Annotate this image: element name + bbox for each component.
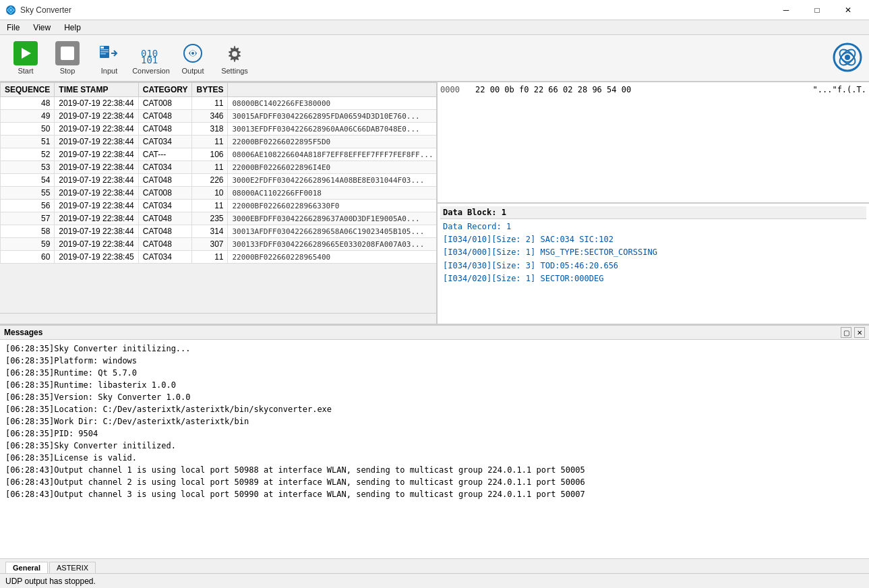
cell-hex: 3000E2FDFF03042266289614A08BE8E031044F03… bbox=[228, 174, 436, 187]
hex-bytes: 22 00 0b f0 22 66 02 28 96 54 00 bbox=[475, 85, 805, 94]
conversion-label: Conversion bbox=[132, 67, 170, 75]
hex-addr: 0000 bbox=[440, 85, 467, 94]
message-line: [06:28:43]Output channel 2 is using loca… bbox=[5, 476, 864, 488]
svg-rect-5 bbox=[100, 49, 109, 51]
cell-time: 2019-07-19 22:38:45 bbox=[55, 251, 138, 264]
messages-header: Messages ▢ ✕ bbox=[0, 325, 869, 340]
cell-bytes: 318 bbox=[192, 123, 228, 136]
menu-help[interactable]: Help bbox=[57, 20, 88, 35]
cell-cat: CAT048 bbox=[138, 212, 192, 225]
svg-point-1 bbox=[9, 9, 12, 11]
toolbar: Start Stop Input 010 101 bbox=[0, 35, 869, 82]
menu-view[interactable]: View bbox=[26, 20, 57, 35]
cell-hex: 22000BF02266022896I4E0 bbox=[228, 161, 436, 174]
table-row[interactable]: 56 2019-07-19 22:38:44 CAT034 11 22000BF… bbox=[1, 200, 437, 212]
table-row[interactable]: 55 2019-07-19 22:38:44 CAT008 10 08000AC… bbox=[1, 187, 437, 200]
message-line: [06:28:35]Work Dir: C:/Dev/asterixtk/ast… bbox=[5, 415, 864, 428]
cell-cat: CAT048 bbox=[138, 238, 192, 251]
svg-point-17 bbox=[845, 55, 850, 60]
messages-close-btn[interactable]: ✕ bbox=[854, 327, 865, 338]
table-row[interactable]: 57 2019-07-19 22:38:44 CAT048 235 3000EB… bbox=[1, 212, 437, 225]
cell-time: 2019-07-19 22:38:44 bbox=[55, 174, 138, 187]
cell-seq: 54 bbox=[1, 174, 55, 187]
svg-text:101: 101 bbox=[141, 55, 158, 65]
cell-cat: CAT034 bbox=[138, 136, 192, 148]
table-row[interactable]: 51 2019-07-19 22:38:44 CAT034 11 22000BF… bbox=[1, 136, 437, 148]
table-row[interactable]: 58 2019-07-19 22:38:44 CAT048 314 30013A… bbox=[1, 225, 437, 238]
status-text: UDP output has stopped. bbox=[5, 577, 96, 586]
cell-bytes: 11 bbox=[192, 200, 228, 212]
data-block-header: Data Block: 1 bbox=[440, 206, 866, 219]
settings-label: Settings bbox=[221, 67, 248, 75]
output-button[interactable]: Output bbox=[173, 37, 213, 79]
cell-bytes: 235 bbox=[192, 212, 228, 225]
messages-title: Messages bbox=[4, 328, 42, 337]
start-icon bbox=[13, 41, 38, 65]
app-icon bbox=[5, 5, 16, 16]
col-timestamp: TIME STAMP bbox=[55, 83, 138, 97]
input-button[interactable]: Input bbox=[89, 37, 129, 79]
cell-bytes: 346 bbox=[192, 110, 228, 123]
cell-seq: 51 bbox=[1, 136, 55, 148]
conversion-button[interactable]: 010 101 Conversion bbox=[131, 37, 171, 79]
cell-cat: CAT048 bbox=[138, 225, 192, 238]
cell-hex: 30013EFDFF0304226628960AA06C66DAB7048E0.… bbox=[228, 123, 436, 136]
messages-content[interactable]: [06:28:35]Sky Converter initilizing...[0… bbox=[0, 340, 869, 558]
cell-bytes: 11 bbox=[192, 161, 228, 174]
cell-bytes: 10 bbox=[192, 187, 228, 200]
cell-hex: 30015AFDFF030422662895FDA06594D3D10E760.… bbox=[228, 110, 436, 123]
tab-general[interactable]: General bbox=[5, 562, 48, 573]
table-scroll[interactable]: SEQUENCE TIME STAMP CATEGORY BYTES 48 20… bbox=[0, 82, 436, 313]
stop-button[interactable]: Stop bbox=[47, 37, 88, 79]
hex-bottom[interactable]: Data Block: 1 Data Record: 1 [I034/010][… bbox=[438, 204, 869, 324]
data-block-line: [I034/000][Size: 1] MSG_TYPE:SECTOR_CORS… bbox=[443, 246, 864, 259]
table-scrollbar-x[interactable] bbox=[0, 313, 436, 324]
message-line: [06:28:35]Location: C:/Dev/asterixtk/ast… bbox=[5, 403, 864, 415]
table-panel: SEQUENCE TIME STAMP CATEGORY BYTES 48 20… bbox=[0, 82, 438, 324]
cell-seq: 56 bbox=[1, 200, 55, 212]
cell-cat: CAT008 bbox=[138, 187, 192, 200]
svg-rect-6 bbox=[100, 51, 109, 53]
table-row[interactable]: 48 2019-07-19 22:38:44 CAT008 11 08000BC… bbox=[1, 97, 437, 110]
cell-cat: CAT048 bbox=[138, 110, 192, 123]
cell-bytes: 11 bbox=[192, 97, 228, 110]
input-icon bbox=[97, 41, 121, 65]
cell-seq: 50 bbox=[1, 123, 55, 136]
status-bar: UDP output has stopped. bbox=[0, 573, 869, 588]
message-line: [06:28:35]Sky Converter initilized. bbox=[5, 440, 864, 452]
main-content: SEQUENCE TIME STAMP CATEGORY BYTES 48 20… bbox=[0, 82, 869, 573]
data-block-line: [I034/030][Size: 3] TOD:05:46:20.656 bbox=[443, 260, 864, 272]
stop-icon bbox=[55, 41, 80, 65]
cell-hex: 3000EBFDFF03042266289637A00D3DF1E9005A0.… bbox=[228, 212, 436, 225]
message-line: [06:28:35]Sky Converter initilizing... bbox=[5, 343, 864, 355]
table-row[interactable]: 49 2019-07-19 22:38:44 CAT048 346 30015A… bbox=[1, 110, 437, 123]
cell-hex: 08006AE108226604A818F7EFF8EFFEF7FFF7FEF8… bbox=[228, 148, 436, 161]
cell-seq: 48 bbox=[1, 97, 55, 110]
table-row[interactable]: 53 2019-07-19 22:38:44 CAT034 11 22000BF… bbox=[1, 161, 437, 174]
cell-seq: 49 bbox=[1, 110, 55, 123]
tab-asterix[interactable]: ASTERIX bbox=[49, 562, 96, 573]
cell-hex: 22000BF02266022895F5D0 bbox=[228, 136, 436, 148]
maximize-button[interactable]: □ bbox=[802, 0, 833, 20]
table-row[interactable]: 59 2019-07-19 22:38:44 CAT048 307 300133… bbox=[1, 238, 437, 251]
start-button[interactable]: Start bbox=[5, 37, 46, 79]
cell-hex: 22000BF022660228966330F0 bbox=[228, 200, 436, 212]
data-block-title: Data Block: 1 bbox=[443, 208, 506, 217]
svg-point-13 bbox=[232, 51, 237, 57]
table-row[interactable]: 60 2019-07-19 22:38:45 CAT034 11 22000BF… bbox=[1, 251, 437, 264]
messages-maximize-btn[interactable]: ▢ bbox=[841, 327, 851, 338]
minimize-button[interactable]: ─ bbox=[771, 0, 802, 20]
hex-top[interactable]: 0000 22 00 0b f0 22 66 02 28 96 54 00 ".… bbox=[438, 82, 869, 204]
cell-time: 2019-07-19 22:38:44 bbox=[55, 161, 138, 174]
settings-button[interactable]: Settings bbox=[214, 37, 255, 79]
col-sequence: SEQUENCE bbox=[1, 83, 55, 97]
close-button[interactable]: ✕ bbox=[833, 0, 864, 20]
cell-cat: CAT034 bbox=[138, 251, 192, 264]
table-row[interactable]: 52 2019-07-19 22:38:44 CAT--- 106 08006A… bbox=[1, 148, 437, 161]
table-row[interactable]: 50 2019-07-19 22:38:44 CAT048 318 30013E… bbox=[1, 123, 437, 136]
table-row[interactable]: 54 2019-07-19 22:38:44 CAT048 226 3000E2… bbox=[1, 174, 437, 187]
data-block-line: [I034/020][Size: 1] SECTOR:000DEG bbox=[443, 272, 864, 285]
svg-rect-7 bbox=[100, 53, 106, 55]
menu-file[interactable]: File bbox=[0, 20, 26, 35]
cell-time: 2019-07-19 22:38:44 bbox=[55, 148, 138, 161]
